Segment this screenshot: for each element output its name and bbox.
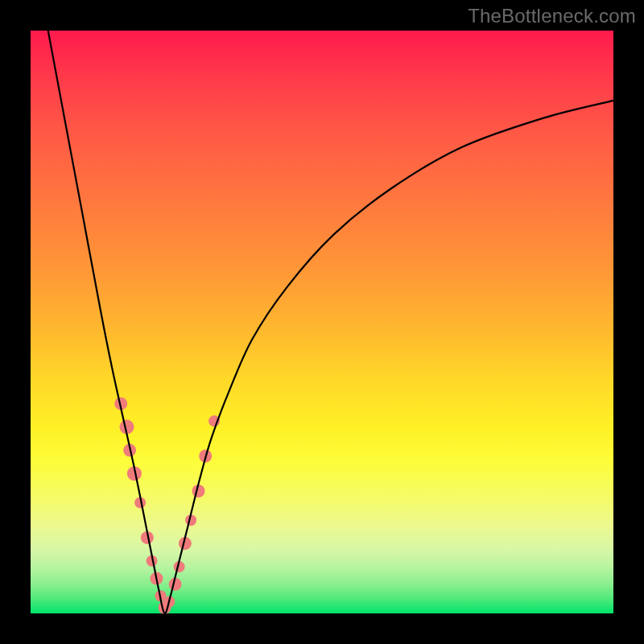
marker-group	[114, 397, 220, 613]
outer-frame: TheBottleneck.com	[0, 0, 644, 644]
bottleneck-curve	[48, 31, 613, 613]
watermark-text: TheBottleneck.com	[468, 5, 636, 27]
chart-overlay	[31, 31, 613, 613]
